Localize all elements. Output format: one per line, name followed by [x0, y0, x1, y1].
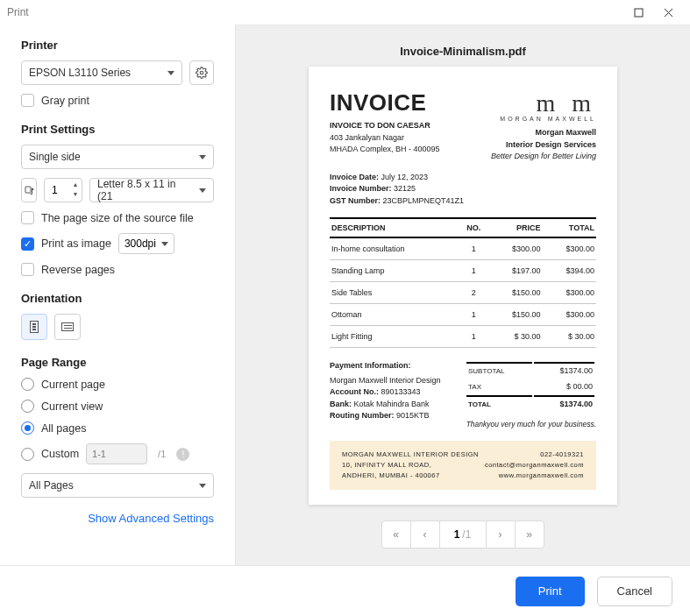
logo-brand: MORGAN MAXWELL: [491, 116, 596, 122]
settings-sidebar: Printer EPSON L3110 Series Gray print Pr…: [0, 25, 235, 565]
print-button[interactable]: Print: [516, 577, 585, 606]
window-title: Print: [7, 6, 29, 18]
range-help-icon[interactable]: !: [176, 448, 189, 461]
pager-last-button[interactable]: »: [515, 520, 544, 549]
copies-up[interactable]: ▲: [71, 180, 80, 189]
range-all-pages-label: All pages: [41, 422, 86, 435]
gray-print-checkbox[interactable]: [21, 94, 34, 107]
collate-button[interactable]: [21, 178, 37, 202]
invoice-table: DESCRIPTION NO. PRICE TOTAL In-home cons…: [330, 217, 596, 348]
duplex-select[interactable]: Single side: [21, 145, 214, 169]
table-row: Ottoman1$150.00$300.00: [330, 304, 596, 326]
orientation-section-title: Orientation: [21, 292, 214, 305]
source-size-label: The page size of the source file: [41, 212, 194, 224]
from-name: Morgan Maxwell: [535, 128, 596, 137]
table-row: Side Tables2$150.00$300.00: [330, 282, 596, 304]
range-custom-of: /1: [158, 449, 166, 459]
range-all-pages-radio[interactable]: [21, 421, 34, 435]
pager-next-button[interactable]: ›: [486, 520, 516, 549]
range-current-view-label: Current view: [41, 400, 103, 413]
titlebar: Print: [0, 0, 690, 25]
paper-size-select[interactable]: Letter 8.5 x 11 in (21: [89, 178, 214, 202]
close-button[interactable]: [653, 0, 683, 25]
preview-filename: Invoice-Minimalism.pdf: [400, 45, 526, 58]
invoice-addr2: MHADA Complex, BH - 400095: [330, 144, 440, 156]
maximize-button[interactable]: [623, 0, 653, 25]
printer-properties-button[interactable]: [189, 60, 214, 85]
range-current-page-radio[interactable]: [21, 378, 34, 391]
invoice-addr1: 403 Jankalyan Nagar: [330, 132, 440, 145]
cancel-button[interactable]: Cancel: [597, 577, 672, 606]
print-as-image-label: Print as image: [41, 237, 111, 250]
print-settings-section-title: Print Settings: [21, 123, 214, 136]
pager-page-indicator: 1/1: [439, 520, 487, 549]
gray-print-label: Gray print: [41, 95, 89, 107]
logo-icon: m m: [491, 89, 596, 117]
range-custom-input[interactable]: [86, 443, 147, 464]
range-custom-label: Custom: [41, 448, 79, 460]
orientation-portrait-button[interactable]: [21, 314, 47, 340]
table-row: In-home consultation1$300.00$300.00: [330, 237, 596, 260]
table-row: Light Fitting1$ 30.00$ 30.00: [330, 326, 596, 348]
range-custom-radio[interactable]: [21, 448, 34, 461]
svg-rect-4: [25, 187, 31, 193]
print-as-image-checkbox[interactable]: [21, 237, 34, 251]
reverse-pages-checkbox[interactable]: [21, 263, 34, 276]
table-row: Standing Lamp1$197.00$394.00: [330, 260, 596, 282]
advanced-settings-link[interactable]: Show Advanced Settings: [21, 512, 214, 525]
preview-area: Invoice-Minimalism.pdf INVOICE INVOICE T…: [235, 25, 690, 565]
preview-pager: « ‹ 1/1 › »: [382, 520, 544, 549]
range-current-page-label: Current page: [41, 379, 105, 391]
orientation-landscape-button[interactable]: [54, 314, 81, 340]
pager-first-button[interactable]: «: [381, 520, 411, 549]
svg-rect-0: [635, 9, 643, 17]
copies-down[interactable]: ▼: [71, 189, 80, 199]
dialog-footer: Print Cancel: [0, 565, 690, 616]
source-size-checkbox[interactable]: [21, 211, 34, 224]
from-sub: Interior Design Services: [506, 140, 596, 149]
dpi-select[interactable]: 300dpi: [118, 233, 174, 254]
preview-page: INVOICE INVOICE TO DON CAESAR 403 Jankal…: [309, 67, 617, 505]
page-subset-select[interactable]: All Pages: [21, 473, 214, 498]
invoice-to: INVOICE TO DON CAESAR: [330, 120, 440, 132]
range-current-view-radio[interactable]: [21, 400, 34, 413]
page-range-section-title: Page Range: [21, 356, 214, 369]
from-tag: Better Design for Better Living: [491, 151, 596, 163]
printer-section-title: Printer: [21, 39, 214, 52]
invoice-heading: INVOICE: [330, 89, 440, 117]
svg-point-3: [200, 71, 203, 74]
reverse-pages-label: Reverse pages: [41, 264, 115, 276]
pager-prev-button[interactable]: ‹: [410, 520, 440, 549]
printer-select[interactable]: EPSON L3110 Series: [21, 60, 182, 85]
